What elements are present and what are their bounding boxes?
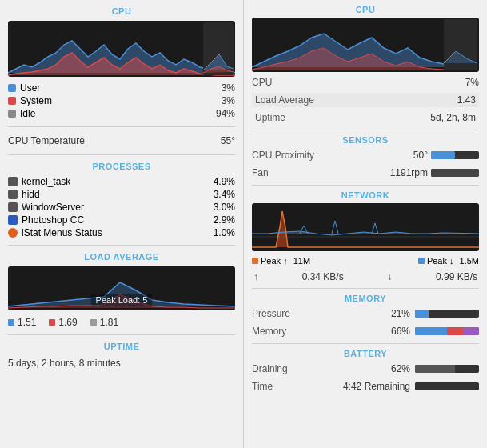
idle-dot — [8, 110, 16, 118]
pressure-fill — [415, 310, 429, 318]
net-peak-up-value: 11M — [293, 256, 310, 266]
time-bar — [415, 382, 479, 390]
system-row: System 3% — [8, 94, 235, 107]
proc-icon — [8, 190, 18, 199]
proc-value: 3.4% — [214, 189, 235, 200]
proc-name: WindowServer — [22, 202, 84, 213]
cpu-temp-value: 55° — [221, 135, 235, 146]
load-num-2: 1.69 — [58, 317, 77, 328]
cpu-temp-label: CPU Temperature — [8, 135, 85, 146]
proc-value: 3.0% — [214, 202, 235, 213]
draining-label: Draining — [252, 363, 288, 374]
load-avg-label: Load Average — [255, 94, 314, 106]
load-chart-wrap: Peak Load: 5 — [8, 266, 235, 310]
pressure-value: 21% — [391, 308, 410, 319]
right-cpu-label: CPU — [252, 77, 272, 88]
left-panel: CPU User 3% System — [0, 0, 244, 448]
net-peak-up: Peak ↑ 11M — [252, 256, 310, 266]
cpu-legend: User 3% System 3% Idle 94% — [8, 82, 235, 120]
rdivider2 — [252, 185, 479, 186]
proc-name: kernel_task — [22, 176, 70, 187]
idle-row: Idle 94% — [8, 107, 235, 120]
net-peak-down-label: Peak ↓ — [427, 256, 454, 266]
pressure-row: Pressure 21% — [252, 306, 479, 321]
time-value: 4:42 Remaining — [343, 381, 410, 392]
idle-value: 94% — [216, 108, 235, 119]
idle-label: Idle — [20, 108, 35, 119]
list-item: kernel_task 4.9% — [8, 176, 235, 187]
battery-title: BATTERY — [252, 349, 479, 358]
time-label: Time — [252, 381, 273, 392]
proc-icon — [8, 202, 18, 212]
right-cpu-title: CPU — [252, 5, 479, 14]
load-dot-red — [49, 319, 55, 326]
fan-row: Fan 1191rpm — [252, 166, 479, 180]
load-values: 1.51 1.69 1.81 — [8, 317, 235, 328]
memory-label: Memory — [252, 326, 286, 337]
fan-bar — [431, 169, 479, 177]
network-title: NETWORK — [252, 190, 479, 200]
user-row: User 3% — [8, 82, 235, 94]
proc-name: hidd — [22, 189, 40, 200]
system-value: 3% — [222, 95, 235, 106]
mem-seg-red — [447, 327, 463, 335]
proc-icon — [8, 215, 18, 225]
net-orange-dot — [252, 258, 258, 264]
proc-value: 2.9% — [214, 214, 235, 226]
right-panel: CPU CPU 7% Load Average 1.43 Uptime 5d, … — [244, 0, 487, 448]
divider1 — [8, 126, 235, 127]
system-label: System — [20, 95, 52, 106]
user-label: User — [20, 82, 40, 94]
list-item: hidd 3.4% — [8, 189, 235, 200]
processes-list: kernel_task 4.9% hidd 3.4% WindowServer … — [8, 176, 235, 238]
uptime-label: Uptime — [255, 112, 285, 123]
cpu-prox-fill — [431, 151, 455, 159]
net-up-value: 0.34 KB/s — [302, 271, 344, 282]
time-wrap: 4:42 Remaining — [343, 381, 479, 392]
pressure-bar — [415, 310, 479, 318]
net-peak-legend: Peak ↑ 11M Peak ↓ 1.5M — [252, 254, 479, 267]
list-item: WindowServer 3.0% — [8, 202, 235, 213]
load-val-2: 1.69 — [49, 317, 77, 328]
proc-value: 4.9% — [214, 176, 235, 187]
load-title: LOAD AVERAGE — [8, 252, 235, 262]
fan-value: 1191rpm — [390, 167, 428, 178]
draining-bar — [415, 365, 479, 373]
processes-title: PROCESSES — [8, 162, 235, 171]
uptime-row: Uptime 5d, 2h, 8m — [252, 110, 479, 125]
cpu-prox-row: CPU Proximity 50° — [252, 148, 479, 162]
uptime-value: 5d, 2h, 8m — [430, 112, 476, 123]
right-cpu-chart — [252, 18, 479, 72]
time-row: Time 4:42 Remaining — [252, 379, 479, 394]
peak-label: Peak Load: 5 — [91, 294, 153, 306]
proc-icon — [8, 177, 18, 186]
cpu-prox-value: 50° — [413, 150, 428, 161]
memory-wrap: 66% — [391, 326, 479, 337]
proc-icon — [8, 228, 18, 238]
list-item: iStat Menus Status 1.0% — [8, 227, 235, 238]
user-value: 3% — [222, 82, 235, 94]
cpu-prox-bar-wrap: 50° — [413, 150, 479, 161]
fan-bar-wrap: 1191rpm — [390, 167, 479, 178]
load-avg-value: 1.43 — [457, 94, 476, 106]
proc-name: Photoshop CC — [22, 214, 84, 226]
net-peak-down-value: 1.5M — [460, 256, 479, 266]
cpu-prox-label: CPU Proximity — [252, 150, 314, 161]
rdivider3 — [252, 288, 479, 289]
list-item: Photoshop CC 2.9% — [8, 214, 235, 226]
draining-fill — [415, 365, 455, 373]
network-chart — [252, 203, 479, 251]
memory-multi — [415, 327, 479, 335]
fan-label: Fan — [252, 167, 269, 178]
divider2 — [8, 154, 235, 155]
mem-seg-purple — [463, 327, 479, 335]
rdivider4 — [252, 343, 479, 344]
net-transfer: ↑ 0.34 KB/s ↓ 0.99 KB/s — [252, 270, 479, 283]
pressure-wrap: 21% — [391, 308, 479, 319]
load-val-3: 1.81 — [90, 317, 118, 328]
memory-row: Memory 66% — [252, 324, 479, 338]
net-up-label: ↑ — [253, 271, 258, 282]
memory-value: 66% — [391, 326, 410, 337]
net-blue-dot — [418, 258, 425, 264]
uptime-text: 5 days, 2 hours, 8 minutes — [8, 356, 235, 370]
